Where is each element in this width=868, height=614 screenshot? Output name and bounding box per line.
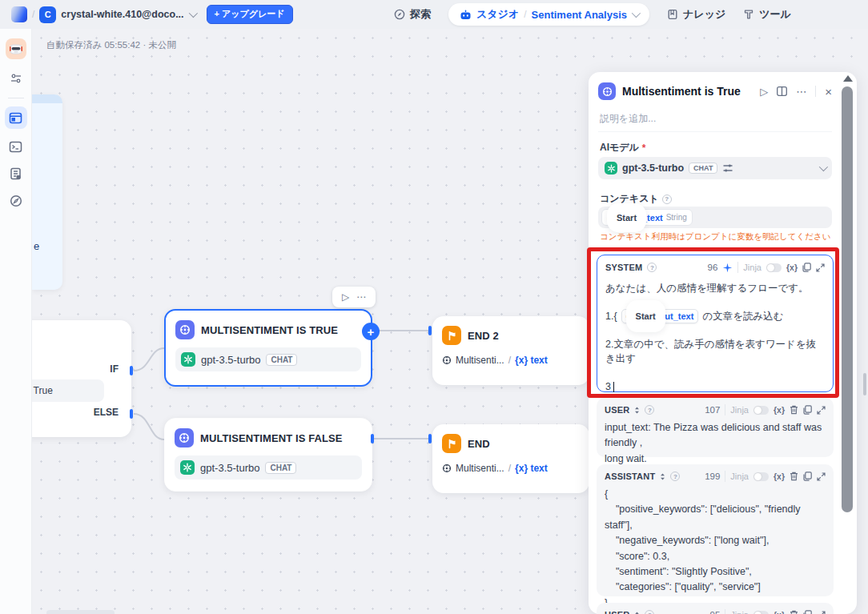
nav-explore-label: 探索	[410, 7, 431, 22]
llm-node-icon	[175, 428, 194, 447]
jinja-toggle[interactable]	[753, 611, 769, 614]
if-output-port[interactable]	[130, 366, 133, 375]
zoom-toolbar-fragment[interactable]	[46, 610, 115, 614]
insert-variable-icon[interactable]: {x}	[786, 263, 798, 272]
app-chevron-down-icon[interactable]	[632, 9, 641, 18]
node-title: MULTISENTIMENT IS TRUE	[201, 324, 338, 336]
node-end[interactable]: END Multisenti... / {x} text	[432, 424, 589, 493]
model-chevron-down-icon	[819, 163, 828, 171]
copy-icon[interactable]	[803, 472, 812, 481]
workspace-name[interactable]: crystal-white.410@doco...	[61, 9, 183, 20]
nav-studio[interactable]: スタジオ / Sentiment Analysis	[448, 3, 649, 26]
node-title: END 2	[468, 330, 499, 342]
end-output-variable: Multisenti... / {x} text	[442, 463, 580, 474]
model-selector[interactable]: gpt-3.5-turbo CHAT	[598, 157, 832, 179]
reorder-icon[interactable]	[634, 407, 640, 414]
ref-var-name: {x} text	[515, 355, 548, 366]
insert-variable-icon[interactable]: {x}	[774, 610, 785, 614]
split-view-icon[interactable]	[777, 86, 787, 96]
sidebar-item-api[interactable]	[5, 135, 27, 158]
node-hover-toolbar: ▷ ⋯	[332, 287, 376, 307]
sidebar-item-monitoring[interactable]	[5, 190, 27, 212]
delete-icon[interactable]	[790, 610, 798, 614]
node-config-panel: Multisentiment is True ▷ ⋯ × 説明を追加... AI…	[589, 72, 857, 614]
node-if-else[interactable]: IF る True ELSE	[32, 320, 131, 437]
copy-icon[interactable]	[802, 263, 811, 272]
node-multisentiment-is-true[interactable]: MULTISENTIMENT IS TRUE gpt-3.5-turbo CHA…	[164, 309, 372, 387]
note-panel-fragment[interactable]: e	[32, 94, 62, 290]
role-label: USER	[605, 610, 629, 614]
context-node-name: Start	[607, 203, 646, 232]
panel-more-icon[interactable]: ⋯	[796, 86, 806, 98]
expand-icon[interactable]	[817, 611, 826, 614]
copy-icon[interactable]	[803, 405, 812, 415]
llm-node-icon	[175, 320, 195, 339]
llm-ref-icon	[442, 464, 452, 473]
book-icon	[667, 9, 678, 20]
model-mode-badge: CHAT	[689, 163, 717, 174]
system-prompt-block[interactable]: SYSTEM ? 96 Jinja {x} あなたは、人の感情を理解するフローで…	[597, 255, 834, 392]
user-prompt-block[interactable]: USER ? 107 Jinja {x} input_text: The Piz…	[597, 398, 834, 457]
header-divider	[725, 471, 725, 482]
reorder-icon[interactable]	[660, 473, 665, 480]
insert-variable-icon[interactable]: {x}	[774, 472, 785, 481]
expand-icon[interactable]	[817, 406, 826, 415]
end2-input-port[interactable]	[428, 326, 432, 335]
jinja-toggle[interactable]	[753, 472, 769, 481]
upgrade-button[interactable]: + アップグレード	[207, 5, 293, 24]
context-help-icon[interactable]: ?	[662, 195, 672, 204]
reorder-icon[interactable]	[634, 612, 640, 614]
nav-knowledge[interactable]: ナレッジ	[667, 7, 725, 22]
run-this-step-icon[interactable]: ▷	[760, 86, 768, 98]
scrollbar-thumb[interactable]	[842, 86, 853, 512]
jinja-toggle[interactable]	[753, 406, 769, 415]
chevron-down-icon[interactable]	[188, 9, 197, 18]
end-input-port[interactable]	[428, 434, 432, 443]
jinja-toggle[interactable]	[766, 263, 782, 272]
expand-icon[interactable]	[817, 472, 826, 481]
end-node-icon	[442, 434, 461, 453]
description-placeholder[interactable]: 説明を追加...	[600, 112, 656, 126]
model-params-icon[interactable]	[722, 163, 733, 173]
panel-title[interactable]: Multisentiment is True	[622, 85, 753, 98]
sidebar-item-settings[interactable]	[5, 67, 27, 90]
context-variable-bar[interactable]: ⌂ Start / input_text String	[598, 207, 832, 228]
help-icon[interactable]: ?	[670, 472, 680, 481]
close-panel-icon[interactable]: ×	[825, 85, 832, 98]
inline-variable-pill[interactable]: ⌂ Start / {x} input_text	[621, 309, 699, 323]
assistant-prompt-text[interactable]: { "positive_keywords": ["delicious", "fr…	[605, 487, 826, 611]
run-node-icon[interactable]: ▷	[342, 291, 349, 303]
insert-variable-icon[interactable]: {x}	[774, 405, 785, 415]
delete-icon[interactable]	[790, 405, 798, 415]
node-more-icon[interactable]: ⋯	[356, 291, 366, 303]
help-icon[interactable]: ?	[645, 405, 654, 415]
add-next-node-button[interactable]: +	[362, 323, 380, 340]
system-prompt-editor[interactable]: あなたは、人の感情を理解するフローです。 1.{ ⌂ Start / {x} i…	[605, 281, 825, 395]
else-output-port[interactable]	[130, 409, 133, 419]
context-warning-text: コンテキスト利用時はプロンプトに変数を明記してください	[600, 231, 830, 243]
app-avatar-robot[interactable]	[6, 38, 26, 59]
sidebar-item-logs[interactable]	[5, 163, 27, 185]
sidebar-item-orchestrate[interactable]	[5, 106, 27, 129]
delete-icon[interactable]	[790, 472, 798, 481]
canvas-scrollbar-fragment[interactable]	[863, 373, 866, 395]
scroll-up-arrow-icon[interactable]	[843, 75, 853, 82]
help-icon[interactable]: ?	[645, 610, 654, 614]
assistant-prompt-block[interactable]: ASSISTANT ? 199 Jinja {x} { "positive_ke…	[597, 464, 834, 596]
nav-explore[interactable]: 探索	[394, 7, 431, 22]
panel-scrollbar[interactable]	[841, 74, 854, 554]
copy-icon[interactable]	[803, 610, 812, 614]
nav-tools[interactable]: ツール	[743, 7, 791, 22]
generate-sparkle-icon[interactable]	[722, 263, 733, 273]
node-end-2[interactable]: END 2 Multisenti... / {x} text	[432, 316, 589, 385]
false-node-output-port[interactable]	[371, 434, 374, 443]
if-condition-pill: る True	[32, 379, 104, 402]
context-variable-pill[interactable]: ⌂ Start / input_text String	[601, 209, 693, 226]
help-icon[interactable]: ?	[647, 263, 657, 272]
header-divider	[737, 262, 738, 273]
current-app-name: Sentiment Analysis	[532, 9, 627, 21]
node-multisentiment-is-false[interactable]: MULTISENTIMENT IS FALSE gpt-3.5-turbo CH…	[164, 418, 372, 492]
text-cursor	[613, 382, 615, 392]
user-prompt-block-2[interactable]: USER ? 95 Jinja {x}	[597, 603, 834, 614]
expand-icon[interactable]	[816, 263, 825, 272]
